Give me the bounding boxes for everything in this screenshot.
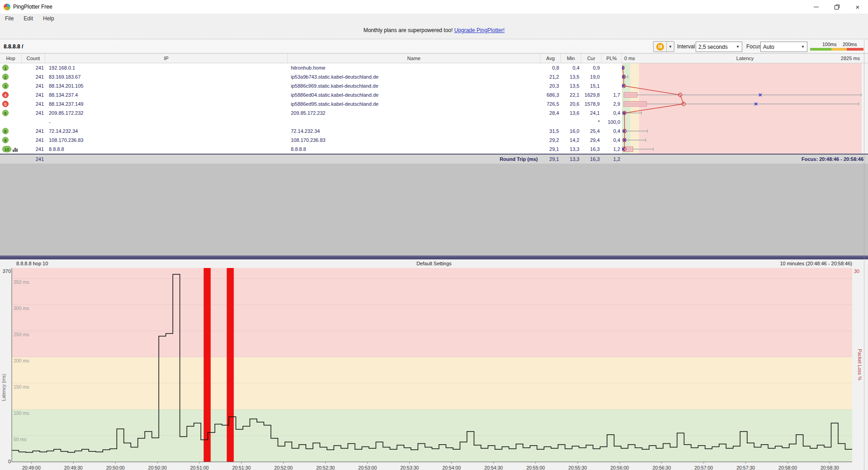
svg-text:20:51:00: 20:51:00 [190,465,209,470]
panel-splitter[interactable] [0,255,868,259]
upgrade-link[interactable]: Upgrade PingPlotter! [454,27,504,33]
column-header-min[interactable]: Min [561,54,581,63]
hop-cur: 19,0 [581,72,602,81]
hop-name: ip53a9b743.static.kabel-deutschland.de [288,72,541,81]
column-header-latency[interactable]: 0 msLatency2825 ms [622,54,868,63]
hop-count: 241 [22,90,45,99]
svg-text:Packet Loss %: Packet Loss % [857,349,863,380]
column-header-ip[interactable]: IP [45,54,288,63]
hop-avg: 686,3 [541,90,561,99]
interval-select[interactable]: 2,5 seconds ▼ [696,42,742,52]
menu-bar: FileEditHelp [0,14,868,24]
svg-text:20:55:30: 20:55:30 [569,465,587,470]
svg-text:Latency (ms): Latency (ms) [1,374,6,401]
latency-color-legend: 100ms 200ms [810,42,863,52]
hop-count: 241 [22,108,45,118]
menu-item-edit[interactable]: Edit [19,14,38,23]
minimize-button[interactable] [806,0,826,14]
trace-table-header: HopCountIPNameAvgMinCurPL%0 msLatency282… [0,53,868,63]
hop-ip: - [45,118,288,127]
hop-avg [541,118,561,127]
hop-count: 241 [22,127,45,136]
legend-segment [831,48,847,51]
close-button[interactable]: × [847,0,868,14]
column-header-pl[interactable]: PL% [602,54,622,63]
graph-settings-label: Default Settings [0,261,868,266]
svg-text:30: 30 [854,268,859,274]
hop-cur: 24,1 [581,108,602,118]
focus-select[interactable]: Auto ▼ [760,42,807,52]
close-icon: × [856,4,860,10]
hop-min: 0,4 [561,63,581,72]
hop-name: 72.14.232.34 [288,127,541,136]
round-trip-label: Round Trip (ms) [288,155,541,164]
pause-icon [656,43,664,51]
hop-avg: 29,2 [541,136,561,145]
legend-200ms-label: 200ms [843,42,857,47]
hop-name: 209.85.172.232 [288,108,541,118]
hop-status-badge: 10 [2,146,11,152]
restore-button[interactable] [826,0,847,14]
svg-text:20:49:00: 20:49:00 [22,465,41,470]
hop-min: 13,3 [561,145,581,154]
hop-count: 241 [22,145,45,154]
pause-dropdown-button[interactable]: ▼ [667,42,674,52]
svg-text:0: 0 [8,459,11,464]
hop-count: 241 [22,81,45,90]
hop-name: hitronhub.home [288,63,541,72]
svg-text:20:58:30: 20:58:30 [821,465,839,470]
round-trip-pl: 1,2 [602,155,622,164]
hop-min: 22,1 [561,90,581,99]
column-header-hop[interactable]: Hop [0,54,22,63]
hop-count: 241 [22,63,45,72]
hop-packet-loss [602,81,622,90]
hop-status-badge: 3 [2,83,9,89]
hop-ip: 8.8.8.8 [45,145,288,154]
hop-status-badge: 6 [2,110,9,116]
graph-shown-icon [13,147,18,152]
hop-name: ip5886ed04.static.kabel-deutschland.de [288,90,541,99]
hop-name: ip5886c969.static.kabel-deutschland.de [288,81,541,90]
column-header-count[interactable]: Count [22,54,45,63]
chevron-down-icon: ▼ [669,45,672,49]
hop-cur: 15,1 [581,81,602,90]
svg-text:20:52:30: 20:52:30 [316,465,335,470]
menu-item-help[interactable]: Help [38,14,59,23]
pause-button[interactable] [654,42,667,52]
hop-min: 20,6 [561,99,581,108]
svg-text:20:54:00: 20:54:00 [442,465,461,470]
column-header-cur[interactable]: Cur [581,54,602,63]
hop-ip: 83.169.183.67 [45,72,288,81]
hop-cur: 1578,9 [581,99,602,108]
svg-text:20:50:30: 20:50:30 [148,465,167,470]
round-trip-row: 241 Round Trip (ms) 29,1 13,3 16,3 1,2 F… [0,154,868,164]
hop-packet-loss: 1,7 [602,90,622,99]
hop-ip: 72.14.232.34 [45,127,288,136]
latency-scale-min: 0 ms [624,56,635,61]
hop-status-badge: 1 [2,65,9,71]
hop-packet-loss [602,63,622,72]
hop-packet-loss: 0,4 [602,108,622,118]
svg-text:350 ms: 350 ms [14,279,29,285]
banner-text: Monthly plans are superpowered too! [363,27,452,33]
svg-text:100 ms: 100 ms [14,410,29,416]
target-address[interactable]: 8.8.8.8 / [4,43,23,50]
svg-text:20:55:00: 20:55:00 [526,465,545,470]
hop-avg: 21,2 [541,72,561,81]
svg-text:20:58:00: 20:58:00 [778,465,797,470]
interval-value: 2,5 seconds [698,44,728,50]
hop-count: 241 [22,72,45,81]
latency-timeline-chart: 50 ms100 ms150 ms200 ms250 ms300 ms350 m… [0,268,868,470]
graph-header: 8.8.8.8 hop 10 Default Settings 10 minut… [0,259,868,268]
round-trip-cur: 16,3 [581,155,602,164]
hop-name [288,118,541,127]
hop-cur: * [581,118,602,127]
hop-count: 241 [22,99,45,108]
hop-packet-loss [602,72,622,81]
column-header-name[interactable]: Name [288,54,541,63]
focus-value: Auto [763,44,774,50]
column-header-avg[interactable]: Avg [541,54,561,63]
hop-min [561,118,581,127]
svg-text:150 ms: 150 ms [14,384,29,390]
menu-item-file[interactable]: File [0,14,19,23]
